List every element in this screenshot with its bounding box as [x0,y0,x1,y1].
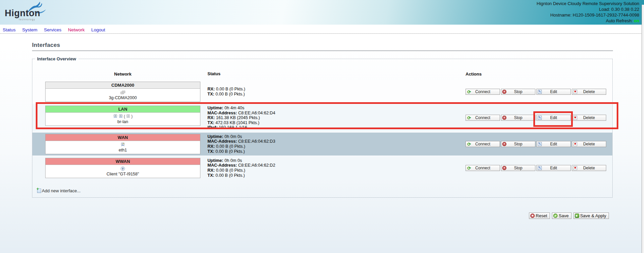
section-legend: Interface Overview [35,56,78,61]
interface-row-wan: WAN eth1 Uptime: 0h 0m 0s MAC-Address: C… [32,133,612,156]
network-name: WAN [46,134,200,141]
status-line: Uptime: 0h 0m 0s [207,134,466,139]
product-title: Hignton Device Cloudy Remote Supervisory… [537,1,639,6]
stop-icon [502,90,506,94]
connect-icon [467,142,471,146]
add-interface-icon [37,189,41,193]
connect-icon [467,116,471,120]
lan-delete-button[interactable]: Delete [572,115,606,121]
save-icon [553,214,558,218]
add-new-interface-link[interactable]: Add new interface... [37,188,81,193]
delete-icon [573,142,577,146]
save-apply-button[interactable]: Save & Apply [573,213,609,219]
edit-icon [538,90,542,94]
column-header-status: Status [200,72,466,77]
wan-connect-button[interactable]: Connect [466,141,500,147]
save-button[interactable]: Save [552,213,571,219]
status-line: MAC-Address: C8:EE:A6:04:62:D4 [207,111,466,116]
delete-icon [573,90,577,94]
ethernet-icon [120,142,125,147]
nav-network[interactable]: Network [68,27,85,32]
network-name: LAN [46,106,200,113]
network-box-cdma2000: CDMA2000 3g-CDMA2000 [45,82,200,102]
nav-status[interactable]: Status [3,27,16,32]
load-value: 0.30 0.38 0.22 [611,7,639,12]
status-line: TX: 0.00 B (0 Pkts.) [207,149,466,154]
hignton-logo[interactable]: Hignton technology [4,1,55,24]
cdma2000-stop-button[interactable]: Stop [501,89,535,95]
device-name: br-lan [46,119,200,124]
save-apply-icon [575,214,579,218]
status-line: RX: 0.00 B (0 Pkts.) [207,87,466,92]
system-info: Hignton Device Cloudy Remote Supervisory… [537,1,639,24]
status-cell-wan: Uptime: 0h 0m 0s MAC-Address: C8:EE:A6:0… [200,134,466,154]
status-line: Uptime: 0h 4m 40s [207,106,466,111]
cdma2000-connect-button[interactable]: Connect [466,89,500,95]
nav-logout[interactable]: Logout [91,27,105,32]
wan-delete-button[interactable]: Delete [572,141,606,147]
interface-row-lan: LAN ( ) br-lan Uptime: 0h 4m 40s [32,104,612,132]
wwan-connect-button[interactable]: Connect [466,165,500,171]
nav-system[interactable]: System [22,27,37,32]
auto-refresh-status: on [634,18,639,23]
cdma2000-edit-button[interactable]: Edit [536,89,571,95]
status-line: RX: 161.38 KB (2045 Pkts.) [207,115,466,120]
wifi-icon [120,166,125,171]
interface-overview-section: Interface Overview Network Status Action… [32,56,613,198]
lan-stop-button[interactable]: Stop [501,115,535,121]
delete-icon [573,116,577,120]
main-nav: Status System Services Network Logout [0,25,644,34]
status-line: TX: 0.00 B (0 Pkts.) [207,173,466,178]
status-line: MAC-Address: C8:EE:A6:04:62:D3 [207,139,466,144]
lan-edit-button[interactable]: Edit [536,115,571,121]
network-box-lan: LAN ( ) br-lan [45,106,200,126]
bridge-port-icon [118,114,123,119]
wwan-edit-button[interactable]: Edit [536,165,571,171]
interface-row-wwan: WWAN Client "GT-I9158" Uptime: 0h 0m 0s … [32,157,612,179]
wan-edit-button[interactable]: Edit [536,141,571,147]
alias-port-icon [126,114,131,119]
status-line: Uptime: 0h 0m 0s [207,158,466,163]
connect-icon [467,166,471,170]
wan-stop-button[interactable]: Stop [501,141,535,147]
stop-icon [502,116,506,120]
wwan-delete-button[interactable]: Delete [572,165,606,171]
cdma2000-delete-button[interactable]: Delete [572,89,606,95]
status-line: IPv4: 192.168.1.1/16 [207,125,466,130]
device-name: 3g-CDMA2000 [46,95,200,100]
delete-icon [573,166,577,170]
brand-subtitle: technology [19,18,35,21]
status-cell-lan: Uptime: 0h 4m 40s MAC-Address: C8:EE:A6:… [200,106,466,130]
scrollbar[interactable] [642,5,644,253]
status-line: RX: 0.00 B (0 Pkts.) [207,144,466,149]
stop-icon [502,166,506,170]
nav-services[interactable]: Services [44,27,61,32]
reset-button[interactable]: Reset [529,213,550,219]
connect-icon [467,90,471,94]
hostname-value: H120-1509-1617-2932-7744-0098 [573,12,639,18]
network-box-wwan: WWAN Client "GT-I9158" [45,158,200,178]
device-name: Client "GT-I9158" [46,172,200,176]
table-header-row: Network Status Actions [32,72,612,77]
page-content: Interfaces Interface Overview Network St… [0,42,644,253]
edit-icon [538,142,542,146]
network-box-wan: WAN eth1 [45,134,200,154]
status-cell-wwan: Uptime: 0h 0m 0s MAC-Address: C8:EE:A6:0… [200,158,466,178]
page-title: Interfaces [32,42,613,51]
network-name: WWAN [46,158,200,165]
auto-refresh-line: Auto Refresh: on [537,18,639,24]
modem-icon [120,90,125,95]
header-band: Hignton technology Hignton Device Cloudy… [0,0,644,25]
hostname-line: Hostname: H120-1509-1617-2932-7744-0098 [537,12,639,18]
status-cell-cdma2000: RX: 0.00 B (0 Pkts.) TX: 0.00 B (0 Pkts.… [200,82,466,102]
load-line: Load: 0.30 0.38 0.22 [537,6,639,12]
status-line: RX: 0.00 B (0 Pkts.) [207,168,466,173]
lan-connect-button[interactable]: Connect [466,115,500,121]
footer-actions: Reset Save Save & Apply [32,213,609,219]
status-line: MAC-Address: C8:EE:A6:04:62:D2 [207,163,466,168]
status-line: TX: 472.03 KB (1041 Pkts.) [207,120,466,125]
column-header-network: Network [45,72,200,77]
brand-name: Hignton [5,8,40,19]
wwan-stop-button[interactable]: Stop [501,165,535,171]
bridge-port-icon [113,114,118,119]
